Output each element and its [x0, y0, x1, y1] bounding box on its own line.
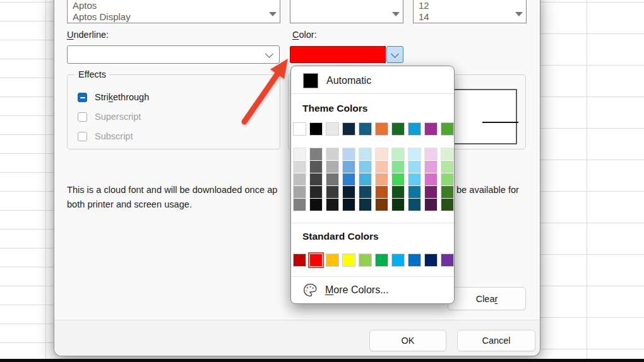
scrollbar-down-arrow-icon[interactable] [269, 12, 277, 16]
font-size-listbox[interactable]: 12 14 [413, 0, 527, 23]
theme-variant-swatch[interactable] [343, 148, 355, 160]
theme-variant-swatch[interactable] [376, 148, 388, 160]
cancel-button[interactable]: Cancel [457, 330, 535, 351]
standard-color-swatch[interactable] [376, 254, 388, 266]
theme-variant-swatch[interactable] [425, 148, 437, 160]
theme-variant-swatch[interactable] [376, 199, 388, 211]
theme-color-swatch[interactable] [376, 123, 388, 135]
font-color-combobox[interactable] [290, 46, 403, 63]
theme-variant-swatch[interactable] [408, 199, 420, 211]
theme-color-swatch[interactable] [441, 123, 453, 135]
theme-variant-swatch[interactable] [425, 199, 437, 211]
theme-variant-swatch[interactable] [359, 148, 371, 160]
theme-variant-swatch[interactable] [392, 199, 404, 211]
standard-color-swatch[interactable] [294, 254, 306, 266]
theme-variant-swatch[interactable] [310, 186, 322, 198]
standard-color-swatch[interactable] [359, 254, 371, 266]
theme-variant-swatch[interactable] [425, 161, 437, 173]
theme-variant-swatch[interactable] [310, 148, 322, 160]
theme-variant-swatch[interactable] [359, 173, 371, 185]
theme-variant-swatch[interactable] [326, 161, 338, 173]
theme-variant-swatch[interactable] [408, 173, 420, 185]
more-colors-item[interactable]: More Colors... [291, 279, 453, 301]
size-list-item[interactable]: 12 [419, 0, 429, 11]
theme-variant-swatch[interactable] [359, 161, 371, 173]
theme-color-swatch[interactable] [343, 123, 355, 135]
scrollbar-down-arrow-icon[interactable] [392, 12, 400, 16]
superscript-checkbox-row[interactable]: Superscript [78, 110, 141, 124]
font-color-dropdown-button[interactable] [386, 46, 403, 63]
theme-variant-column [310, 148, 322, 211]
theme-variant-swatch[interactable] [408, 148, 420, 160]
theme-variant-swatch[interactable] [441, 173, 453, 185]
theme-color-swatch[interactable] [425, 123, 437, 135]
theme-variant-swatch[interactable] [359, 199, 371, 211]
theme-variant-swatch[interactable] [343, 173, 355, 185]
theme-variant-swatch[interactable] [294, 173, 306, 185]
theme-variant-swatch[interactable] [343, 161, 355, 173]
theme-variant-swatch[interactable] [441, 161, 453, 173]
theme-variant-swatch[interactable] [310, 161, 322, 173]
theme-variant-swatch[interactable] [294, 161, 306, 173]
subscript-checkbox[interactable] [78, 132, 87, 141]
theme-color-swatch[interactable] [326, 123, 338, 135]
theme-variant-swatch[interactable] [408, 186, 420, 198]
subscript-checkbox-row[interactable]: Subscript [78, 129, 133, 143]
theme-variant-swatch[interactable] [376, 186, 388, 198]
theme-variant-column [326, 148, 338, 211]
size-list-item[interactable]: 14 [419, 11, 429, 23]
standard-color-swatch[interactable] [343, 254, 355, 266]
standard-color-swatch[interactable] [392, 254, 404, 266]
strikethrough-checkbox[interactable] [78, 93, 87, 102]
standard-color-swatch[interactable] [326, 254, 338, 266]
superscript-checkbox[interactable] [78, 112, 87, 122]
theme-variant-swatch[interactable] [326, 199, 338, 211]
theme-variant-swatch[interactable] [425, 173, 437, 185]
theme-variant-swatch[interactable] [294, 148, 306, 160]
theme-variant-swatch[interactable] [376, 161, 388, 173]
theme-color-swatch[interactable] [392, 123, 404, 135]
preview-strikethrough-line [482, 122, 518, 123]
theme-variant-swatch[interactable] [392, 173, 404, 185]
standard-color-swatch[interactable] [425, 254, 437, 266]
theme-color-swatch[interactable] [359, 123, 371, 135]
theme-variant-swatch[interactable] [408, 161, 420, 173]
theme-variant-swatch[interactable] [392, 186, 404, 198]
theme-color-swatch[interactable] [310, 123, 322, 135]
automatic-color-item[interactable]: Automatic [291, 69, 453, 92]
theme-variant-swatch[interactable] [294, 199, 306, 211]
standard-color-swatch-selected[interactable] [310, 254, 322, 266]
font-color-picker-popup: Automatic Theme Colors Standard Colors M… [290, 66, 455, 304]
theme-variant-swatch[interactable] [441, 186, 453, 198]
theme-variant-swatch[interactable] [294, 186, 306, 198]
theme-variant-swatch[interactable] [392, 148, 404, 160]
font-name-listbox[interactable]: Aptos Aptos Display [67, 0, 280, 23]
theme-variant-swatch[interactable] [326, 148, 338, 160]
theme-variant-swatch[interactable] [376, 173, 388, 185]
theme-variant-swatch[interactable] [425, 186, 437, 198]
font-color-swatch[interactable] [290, 46, 386, 63]
scrollbar-down-arrow-icon[interactable] [515, 12, 523, 16]
cloud-font-note-line1: This is a cloud font and will be downloa… [67, 184, 277, 196]
font-list-item[interactable]: Aptos Display [73, 11, 131, 23]
cloud-font-note-line1-cont: be available for [456, 184, 519, 196]
theme-variant-swatch[interactable] [392, 161, 404, 173]
theme-variant-swatch[interactable] [441, 199, 453, 211]
theme-variant-swatch[interactable] [343, 186, 355, 198]
theme-variant-swatch[interactable] [359, 186, 371, 198]
theme-variant-swatch[interactable] [343, 199, 355, 211]
font-list-item[interactable]: Aptos [73, 0, 97, 11]
theme-variant-swatch[interactable] [326, 173, 338, 185]
theme-color-swatch[interactable] [408, 123, 420, 135]
theme-variant-swatch[interactable] [326, 186, 338, 198]
font-style-listbox[interactable] [290, 0, 403, 23]
theme-variant-swatch[interactable] [310, 173, 322, 185]
clear-button[interactable]: Clear [448, 287, 526, 310]
theme-variant-swatch[interactable] [310, 199, 322, 211]
standard-color-swatch[interactable] [441, 254, 453, 266]
theme-variant-swatch[interactable] [441, 148, 453, 160]
ok-button[interactable]: OK [369, 330, 446, 351]
standard-color-swatch[interactable] [408, 254, 420, 266]
strikethrough-checkbox-row[interactable]: Strikethrough [78, 90, 149, 104]
theme-variant-column [441, 148, 453, 211]
